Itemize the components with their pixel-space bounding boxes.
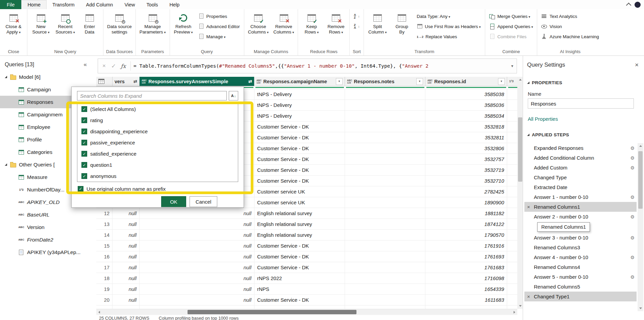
applied-step[interactable]: × Renamed Columns4 ⚙ [524,262,637,272]
cell-notes[interactable] [345,219,425,230]
cell-vers[interactable]: null [113,284,140,295]
advanced-editor-button[interactable]: Advanced Editor [196,22,242,31]
cell-notes[interactable] [345,143,425,154]
cell-vers[interactable]: null [113,295,140,305]
new-source-button[interactable]: NewSource [29,11,53,36]
cell-survey-answers[interactable]: null [140,251,254,262]
data-source-settings-button[interactable]: Data sourcesettings [105,11,134,36]
query-list-item[interactable]: BaseURL [0,208,96,221]
cell-survey-answers[interactable]: null [140,208,254,219]
checkbox-checked-icon[interactable] [78,186,83,192]
cell-survey-answers[interactable]: null [140,219,254,230]
expand-triangle-icon[interactable] [5,163,7,166]
query-list-item[interactable]: APIKEY (y34pAPLep... [0,246,96,258]
cell-id[interactable]: 3585038 [425,89,507,100]
account-avatar[interactable] [635,2,641,8]
cell-notes[interactable] [345,121,425,132]
step-settings-gear-icon[interactable]: ⚙ [630,145,635,151]
cell-notes[interactable] [345,230,425,241]
checkbox-checked-icon[interactable] [81,106,87,112]
cell-campaign-name[interactable]: tNPS - Delivery [254,89,345,100]
cell-id[interactable]: 1874122 [425,219,507,230]
collapse-section-icon[interactable] [527,134,529,136]
manage-parameters-button[interactable]: ManageParameters [138,11,168,36]
cell-id[interactable]: 3585034 [425,111,507,121]
cell-partial[interactable] [507,262,517,273]
applied-step[interactable]: × Renamed Columns1 ⚙ [524,202,637,212]
remove-columns-button[interactable]: RemoveColumns [271,11,296,36]
cell-notes[interactable] [345,284,425,295]
menu-tab[interactable]: View [119,0,141,9]
status-profiling[interactable]: Column profiling based on top 1000 rows [159,316,239,320]
applied-step[interactable]: × Changed Type ⚙ [524,173,637,182]
column-header-campaign-name[interactable]: ABC123 Responses.campaignName ▼ [254,77,345,86]
column-checkbox-item[interactable]: question1 [77,159,238,170]
cell-survey-answers[interactable]: null [140,262,254,273]
cell-survey-answers[interactable]: null [140,230,254,241]
cell-campaign-name[interactable]: Customer service UK [254,186,345,197]
sort-descending-button[interactable]: ZA↓ [351,22,362,31]
formula-expand-chevron-icon[interactable]: ▾ [510,64,515,68]
cell-campaign-name[interactable]: Customer Service - DK [254,176,345,186]
cell-partial[interactable] [507,89,517,100]
delete-step-icon[interactable]: × [527,204,534,210]
cell-campaign-name[interactable]: Customer Service - DK [254,262,345,273]
split-column-button[interactable]: SplitColumn [366,11,389,36]
all-properties-link[interactable]: All Properties [528,116,558,122]
cell-id[interactable]: 3532757 [425,154,507,165]
sort-ascending-button[interactable]: AZ↓ [351,12,362,21]
menu-tab[interactable]: Home [21,0,47,9]
formula-commit-icon[interactable]: ✓ [109,63,118,70]
cell-notes[interactable] [345,186,425,197]
cell-partial[interactable] [507,219,517,230]
cell-survey-answers[interactable]: null [140,273,254,284]
prefix-checkbox-row[interactable]: Use original column name as prefix [77,184,238,193]
refresh-preview-button[interactable]: RefreshPreview [172,11,195,36]
cell-notes[interactable] [345,176,425,186]
cell-notes[interactable] [345,251,425,262]
menu-tab[interactable]: Add Column [80,0,119,9]
cell-id[interactable]: 3532719 [425,165,507,176]
cell-campaign-name[interactable]: Customer Service - DK [254,132,345,143]
cell-id[interactable]: 1654339 [425,284,507,295]
delete-step-icon[interactable]: × [527,294,534,299]
cell-vers[interactable]: null [113,241,140,251]
cell-campaign-name[interactable]: Customer Service - DK [254,121,345,132]
cell-campaign-name[interactable]: tNPS - Delivery [254,100,345,111]
filter-dropdown-icon[interactable]: ▼ [416,78,423,85]
text-analytics-button[interactable]: Text Analytics [539,12,601,21]
menu-tab[interactable]: Transform [47,0,80,9]
step-settings-gear-icon[interactable]: ⚙ [630,274,635,280]
step-settings-gear-icon[interactable]: ⚙ [630,165,635,170]
row-number[interactable]: 19 [96,284,113,295]
cell-partial[interactable] [507,132,517,143]
keep-rows-button[interactable]: KeepRows [300,11,323,36]
cell-vers[interactable]: null [113,208,140,219]
cell-campaign-name[interactable]: English relational survey [254,219,345,230]
applied-step[interactable]: × Answer 1 - number 0-10 ⚙ [524,192,637,202]
applied-step[interactable]: × Added Conditional Column ⚙ [524,153,637,163]
cell-id[interactable]: 3585036 [425,100,507,111]
applied-step[interactable]: × Renamed Columns3 ⚙ [524,243,637,252]
scroll-right-icon[interactable] [512,309,517,315]
cell-id[interactable]: 1611683 [425,295,507,305]
cell-campaign-name[interactable]: Customer Service - DK [254,241,345,251]
query-list-item[interactable]: Version [0,221,96,233]
collapse-queries-pane-icon[interactable]: « [84,61,87,68]
applied-step[interactable]: × Answer 3 - number 0-10 ⚙ [524,233,637,243]
cell-notes[interactable] [345,111,425,121]
cell-partial[interactable] [507,197,517,208]
column-checkbox-item[interactable]: passive_experience [77,137,238,148]
applied-steps-section-header[interactable]: APPLIED STEPS [523,132,644,137]
step-settings-gear-icon[interactable]: ⚙ [630,155,635,161]
query-list-item[interactable]: FromDate2 [0,233,96,246]
manage-query-button[interactable]: Manage [196,32,242,41]
menu-tab[interactable]: Help [164,0,185,9]
checkbox-checked-icon[interactable] [81,173,87,179]
cell-notes[interactable] [345,273,425,284]
merge-queries-button[interactable]: Merge Queries [487,12,536,21]
cell-notes[interactable] [345,262,425,273]
row-number[interactable]: 12 [96,208,113,219]
cell-survey-answers[interactable]: null [140,305,254,309]
cell-vers[interactable]: null [113,262,140,273]
